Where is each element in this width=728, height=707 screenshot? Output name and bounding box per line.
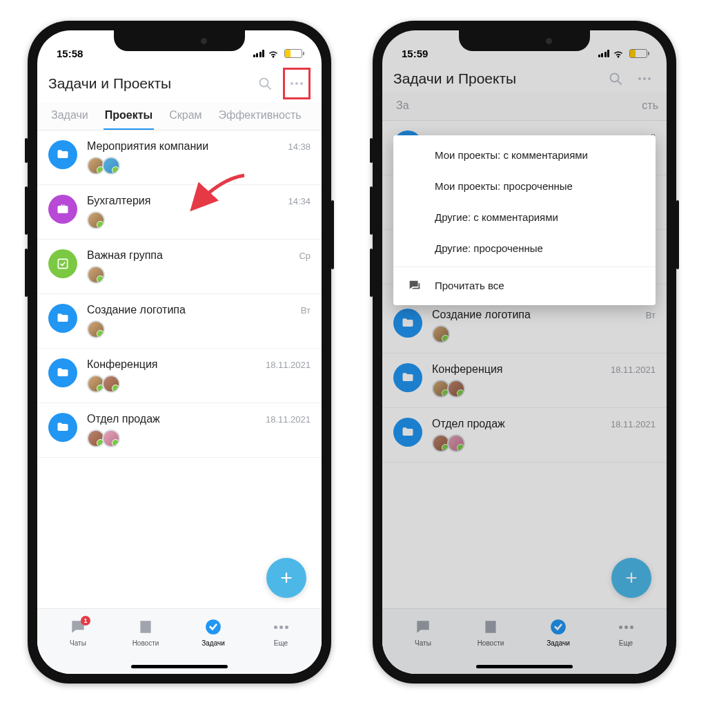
project-icon [48,195,77,224]
status-time: 15:58 [57,48,83,59]
nav-label: Чаты [70,639,86,647]
avatar-stack [87,211,311,229]
nav-label: Еще [274,639,288,647]
notch [459,30,590,51]
avatar-stack [87,375,311,393]
nav-icon [271,617,291,637]
project-title: Отдел продаж [87,413,160,425]
avatar-stack [87,157,311,175]
project-row[interactable]: Важная группа Ср [37,240,322,294]
screen: 15:59 Задачи и Проекты [382,30,667,674]
project-title: Создание логотипа [87,304,186,316]
home-indicator [131,665,228,668]
menu-item[interactable]: Другие: с комментариями [393,202,656,233]
project-icon [48,413,77,442]
menu-item[interactable]: Мои проекты: с комментариями [393,139,656,171]
nav-badge: 1 [81,616,90,626]
avatar-stack [87,320,311,338]
project-icon [48,140,77,169]
project-title: Конференция [87,358,158,371]
menu-item[interactable]: Мои проекты: просроченные [393,171,656,202]
project-date: 18.11.2021 [266,414,311,425]
project-title: Важная группа [87,249,163,262]
project-title: Бухгалтерия [87,195,150,207]
avatar [87,320,105,338]
nav-item-2[interactable]: Задачи [179,617,247,647]
project-date: Ср [299,251,311,261]
project-icon [48,304,77,333]
project-row[interactable]: Мероприятия компании 14:38 [37,130,322,185]
nav-icon [204,617,223,637]
nav-icon: 1 [68,617,88,637]
phone-frame-right: 15:59 Задачи и Проекты [373,21,676,684]
tab-2[interactable]: Скрам [161,102,210,130]
tab-1[interactable]: Проекты [97,102,161,130]
nav-label: Новости [132,639,159,647]
project-list[interactable]: Мероприятия компании 14:38 Бухгалтерия 1… [37,130,322,458]
nav-item-1[interactable]: Новости [112,617,179,647]
more-icon [291,82,303,85]
nav-icon [136,617,155,637]
svg-line-1 [267,86,270,89]
notch [114,30,245,51]
bottom-nav: 1 Чаты Новости Задачи Еще [37,608,322,674]
nav-item-0[interactable]: 1 Чаты [44,617,112,647]
project-date: 18.11.2021 [266,360,311,370]
wifi-icon [268,49,279,57]
project-title: Мероприятия компании [87,140,208,153]
modal-overlay[interactable] [382,30,667,674]
project-row[interactable]: Создание логотипа Вт [37,294,322,349]
battery-icon [284,49,302,58]
signal-icon [253,50,265,57]
tab-bar: ЗадачиПроектыСкрамЭффективность [37,102,322,130]
avatar-stack [87,429,311,447]
project-date: Вт [301,305,311,316]
project-icon [48,358,77,387]
project-row[interactable]: Конференция 18.11.2021 [37,349,322,403]
screen: 15:58 Задачи и Проекты ЗадачиПроектыСкра… [37,30,322,674]
status-indicators [253,49,303,58]
fab-create-button[interactable]: + [266,558,306,598]
nav-item-3[interactable]: Еще [247,617,315,647]
project-icon [48,249,77,278]
context-menu: Мои проекты: с комментариямиМои проекты:… [393,135,656,305]
search-button[interactable] [254,72,276,95]
avatar [87,211,105,229]
project-date: 14:38 [288,142,311,152]
nav-label: Задачи [201,639,225,647]
project-row[interactable]: Бухгалтерия 14:34 [37,185,322,240]
avatar [87,266,105,284]
page-header: Задачи и Проекты [37,64,322,102]
avatar [102,375,120,393]
avatar-stack [87,266,311,284]
menu-item[interactable]: Другие: просроченные [393,233,656,264]
project-row[interactable]: Отдел продаж 18.11.2021 [37,403,322,458]
page-title: Задачи и Проекты [48,75,171,92]
more-button-highlighted[interactable] [283,68,311,99]
svg-rect-2 [58,259,67,268]
read-all-icon [407,278,422,293]
phone-frame-left: 15:58 Задачи и Проекты ЗадачиПроектыСкра… [28,21,331,684]
avatar [102,157,120,175]
tab-3[interactable]: Эффективность [210,102,310,130]
avatar [102,429,120,447]
project-date: 14:34 [288,196,311,206]
menu-item-read-all[interactable]: Прочитать все [393,270,656,301]
tab-0[interactable]: Задачи [43,102,97,130]
